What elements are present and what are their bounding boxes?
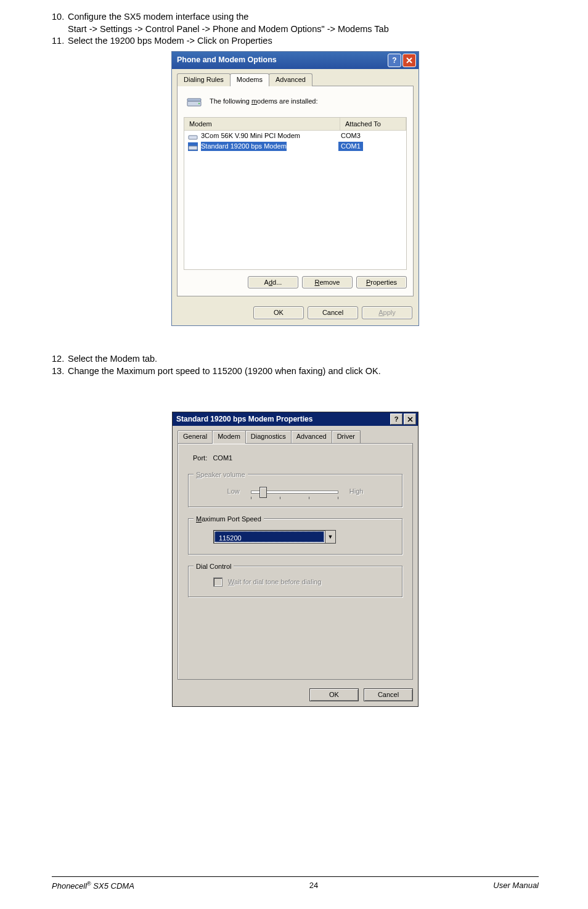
modem-name: 3Com 56K V.90 Mini PCI Modem — [201, 131, 300, 141]
port-label: Port: COM1 — [188, 454, 402, 463]
step-number: 13. — [52, 365, 68, 378]
window-title: Standard 19200 bps Modem Properties — [176, 414, 312, 424]
add-button[interactable]: Add... — [248, 276, 298, 289]
high-label: High — [349, 487, 364, 496]
instruction-text: Select the 19200 bps Modem -> Click on P… — [68, 35, 272, 47]
low-label: Low — [227, 487, 240, 496]
step-number: 11. — [52, 35, 68, 47]
max-port-speed-group: Maximum Port Speed 115200 ▼ — [188, 518, 402, 555]
port-speed-value: 115200 — [214, 531, 324, 542]
instruction-text: Configure the SX5 modem interface using … — [68, 11, 389, 23]
list-item[interactable]: Standard 19200 bps Modem COM1 — [184, 141, 406, 152]
tab-modem[interactable]: Modem — [212, 430, 246, 444]
dropdown-arrow-icon[interactable]: ▼ — [325, 531, 335, 543]
speaker-volume-group: Speaker volume Low High — [188, 474, 402, 507]
checkbox-label: Wait for dial tone before dialing — [228, 578, 321, 585]
footer-right: User Manual — [493, 881, 539, 891]
volume-slider — [248, 486, 341, 497]
tab-advanced[interactable]: Advanced — [269, 73, 312, 86]
cancel-button[interactable]: Cancel — [364, 688, 413, 701]
step-number: 12. — [52, 353, 68, 365]
page-footer: Phonecell® SX5 CDMA 24 User Manual — [52, 876, 539, 891]
wait-dial-tone-checkbox — [213, 577, 223, 587]
help-button[interactable]: ? — [388, 54, 401, 67]
column-header-attached-to[interactable]: Attached To — [340, 118, 406, 131]
page-number: 24 — [309, 881, 318, 891]
step-number: 10. — [52, 11, 68, 35]
tab-modems[interactable]: Modems — [230, 73, 269, 86]
attached-port: COM3 — [338, 131, 363, 141]
window-title: Phone and Modem Options — [177, 55, 277, 65]
svg-rect-1 — [187, 99, 201, 101]
group-label: Dial Control — [194, 562, 234, 571]
list-item[interactable]: 3Com 56K V.90 Mini PCI Modem COM3 — [184, 131, 406, 141]
tab-dialing-rules[interactable]: Dialing Rules — [177, 73, 231, 86]
modem-properties-dialog: Standard 19200 bps Modem Properties ? Ge… — [172, 412, 419, 707]
close-button[interactable] — [402, 54, 416, 67]
modem-icon — [188, 132, 198, 141]
ok-button[interactable]: OK — [253, 306, 304, 319]
cancel-button[interactable]: Cancel — [308, 306, 358, 319]
port-value: COM1 — [213, 454, 232, 462]
help-button[interactable]: ? — [390, 414, 402, 425]
list-header: Modem Attached To — [184, 118, 406, 131]
titlebar: Phone and Modem Options ? — [172, 52, 419, 69]
svg-rect-3 — [189, 136, 197, 139]
svg-rect-4 — [189, 146, 197, 150]
attached-port: COM1 — [338, 142, 363, 151]
group-label: Speaker volume — [194, 470, 248, 479]
phone-and-modem-options-dialog: Phone and Modem Options ? Dialing Rules … — [171, 51, 419, 327]
close-button[interactable] — [404, 414, 416, 425]
intro-text: The following modems are installed: — [210, 97, 318, 106]
port-speed-dropdown[interactable]: 115200 ▼ — [213, 530, 336, 544]
modem-icon — [188, 142, 198, 151]
column-header-modem[interactable]: Modem — [184, 118, 340, 131]
footer-left: Phonecell® SX5 CDMA — [52, 881, 134, 891]
tab-general[interactable]: General — [178, 430, 213, 444]
modem-list[interactable]: Modem Attached To 3Com 56K V.90 Mini PCI… — [184, 117, 407, 270]
svg-point-2 — [198, 102, 200, 104]
dial-control-group: Dial Control Wait for dial tone before d… — [188, 566, 402, 598]
modem-icon — [186, 95, 203, 108]
titlebar: Standard 19200 bps Modem Properties ? — [173, 412, 418, 426]
remove-button[interactable]: Remove — [302, 276, 353, 289]
modem-name: Standard 19200 bps Modem — [201, 142, 287, 151]
instruction-text: Change the Maximum port speed to 115200 … — [68, 365, 381, 378]
apply-button[interactable]: Apply — [362, 306, 412, 319]
tab-driver[interactable]: Driver — [332, 430, 361, 444]
tab-diagnostics[interactable]: Diagnostics — [245, 430, 292, 444]
group-label: Maximum Port Speed — [194, 515, 264, 524]
tab-advanced[interactable]: Advanced — [291, 430, 332, 444]
properties-button[interactable]: Properties — [356, 276, 407, 289]
ok-button[interactable]: OK — [309, 688, 359, 701]
instruction-text: Start -> Settings -> Control Panel -> Ph… — [68, 23, 389, 36]
instruction-text: Select the Modem tab. — [68, 353, 157, 365]
